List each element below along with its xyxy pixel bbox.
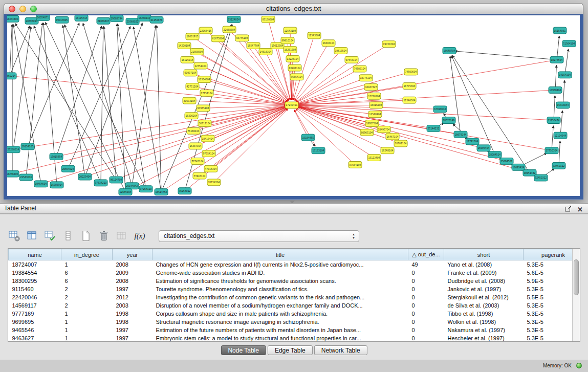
tab-node-table[interactable]: Node Table: [221, 345, 266, 355]
merge-table-button[interactable]: [115, 229, 129, 243]
graph-node[interactable]: 19154105: [21, 143, 34, 150]
graph-node[interactable]: 16467104: [386, 133, 399, 140]
graph-node[interactable]: 16995404: [477, 145, 490, 151]
graph-node[interactable]: 16261504: [284, 47, 297, 53]
graph-node[interactable]: 21543016: [19, 174, 33, 181]
table-row[interactable]: 1830029562008Estimation of significance …: [9, 277, 581, 285]
column-header-out_degree[interactable]: △ out_de...: [408, 249, 444, 260]
graph-node[interactable]: 97264120: [139, 186, 153, 192]
graph-node[interactable]: 18273504: [550, 56, 563, 63]
graph-node[interactable]: 80965104: [360, 129, 374, 136]
graph-node[interactable]: 83204104: [288, 64, 301, 71]
graph-node[interactable]: 18236205: [7, 170, 19, 177]
table-scrollbar-thumb[interactable]: [574, 259, 579, 295]
float-panel-icon[interactable]: [565, 205, 572, 214]
graph-node[interactable]: 19588794: [110, 15, 123, 21]
tab-network-table[interactable]: Network Table: [314, 345, 367, 355]
graph-node[interactable]: 20568022: [126, 18, 139, 25]
graph-node[interactable]: 18248104: [381, 147, 394, 154]
graph-node[interactable]: 12645904: [119, 189, 132, 195]
graph-node[interactable]: 18004514: [488, 151, 502, 158]
graph-node[interactable]: 19613504: [334, 48, 347, 54]
graph-node[interactable]: 18125914: [181, 56, 194, 63]
graph-node[interactable]: 17240491: [285, 102, 298, 108]
graph-node[interactable]: 15313044: [556, 102, 570, 108]
graph-node[interactable]: 30673104: [183, 97, 196, 104]
graph-node[interactable]: 18957304: [365, 120, 379, 127]
window-titlebar[interactable]: citations_edges.txt: [4, 3, 583, 14]
graph-node[interactable]: 12104544: [554, 132, 567, 139]
graph-node[interactable]: 69610104: [281, 37, 294, 44]
graph-node[interactable]: 76154304: [207, 179, 221, 186]
graph-node[interactable]: 67919044: [433, 106, 447, 113]
graph-node[interactable]: 22068415: [199, 27, 212, 34]
graph-node[interactable]: 25144842: [125, 183, 139, 189]
table-row[interactable]: 969969511998Structural magnetic resonanc…: [9, 318, 581, 326]
graph-node[interactable]: 18514752: [155, 189, 168, 195]
graph-node[interactable]: 18547704: [247, 42, 260, 49]
graph-node[interactable]: 18268216: [138, 15, 151, 21]
graph-node[interactable]: 74503104: [353, 65, 366, 72]
graph-node[interactable]: 10958404: [549, 87, 562, 94]
column-header-title[interactable]: title: [153, 249, 408, 260]
graph-node[interactable]: 20225404: [78, 173, 92, 180]
graph-node[interactable]: 95854104: [290, 74, 303, 80]
graph-node[interactable]: 16054871: [36, 15, 50, 20]
graph-node[interactable]: 76254012: [178, 188, 191, 194]
graph-node[interactable]: 10702104: [394, 140, 407, 147]
graph-node[interactable]: 18413404: [201, 135, 214, 142]
graph-node[interactable]: 18679144: [454, 131, 467, 138]
graph-node[interactable]: 18570149: [442, 117, 455, 124]
graph-node[interactable]: 25260514: [7, 146, 20, 153]
graph-node[interactable]: 17151104: [200, 90, 213, 96]
graph-node[interactable]: 42751204: [186, 83, 199, 90]
column-header-name[interactable]: name: [9, 249, 61, 260]
graph-node[interactable]: 15184455: [301, 134, 315, 141]
delete-column-button[interactable]: [97, 229, 111, 243]
graph-node[interactable]: 19015954: [50, 154, 63, 160]
close-window-button[interactable]: [9, 6, 15, 12]
graph-node[interactable]: 16387304: [189, 143, 202, 149]
graph-node[interactable]: 18195714: [75, 15, 88, 21]
graph-node[interactable]: 16646104: [322, 40, 335, 47]
graph-node[interactable]: 15154061: [553, 27, 567, 34]
graph-node[interactable]: 15123404: [367, 155, 381, 161]
import-table-button[interactable]: [43, 229, 57, 243]
graph-node[interactable]: 61675804: [211, 35, 225, 42]
zoom-window-button[interactable]: [30, 6, 37, 12]
graph-node[interactable]: 74503604: [404, 69, 418, 75]
column-header-year[interactable]: year: [113, 249, 153, 260]
graph-node[interactable]: 18306204: [185, 113, 198, 119]
graph-node[interactable]: 14200104: [178, 42, 191, 49]
new-column-button[interactable]: [79, 229, 93, 243]
graph-node[interactable]: 14154104: [558, 72, 572, 78]
graph-node[interactable]: 19454604: [34, 181, 48, 187]
graph-node[interactable]: 16648704: [443, 48, 456, 54]
table-selector-dropdown[interactable]: citations_edges.txt ▲▼: [159, 230, 359, 242]
graph-node[interactable]: 17791504: [466, 138, 479, 145]
row-height-button[interactable]: [61, 229, 75, 243]
graph-node[interactable]: 90997104: [184, 70, 197, 76]
network-canvas[interactable]: 1833440520693094160548711901390518195714…: [7, 15, 580, 196]
column-header-short[interactable]: short: [444, 249, 524, 260]
graph-node[interactable]: 11546904: [368, 111, 382, 118]
graph-node[interactable]: 21076407: [97, 17, 110, 24]
graph-node[interactable]: 85130604: [262, 16, 275, 23]
show-columns-button[interactable]: [25, 229, 39, 243]
graph-node[interactable]: 19013905: [55, 16, 69, 23]
graph-node[interactable]: 97534210: [94, 180, 107, 186]
table-options-button[interactable]: [7, 229, 21, 243]
minimize-window-button[interactable]: [19, 6, 26, 12]
graph-node[interactable]: 18601915: [186, 33, 199, 40]
graph-node[interactable]: 12543104: [284, 27, 297, 34]
table-row[interactable]: 1872400712008Changes of HCN gene express…: [9, 260, 581, 269]
graph-node[interactable]: 21150878: [150, 16, 163, 23]
graph-node[interactable]: 16095424: [512, 164, 525, 170]
graph-node[interactable]: 97543104: [345, 56, 358, 63]
graph-node[interactable]: 96124704: [110, 177, 123, 183]
graph-node[interactable]: 16016204: [369, 102, 383, 108]
graph-node[interactable]: 47915304: [204, 165, 217, 172]
graph-node[interactable]: 76186104: [187, 127, 200, 134]
graph-node[interactable]: 21858904: [190, 49, 204, 55]
table-row[interactable]: 1938455462009Genome-wide association stu…: [9, 269, 581, 277]
